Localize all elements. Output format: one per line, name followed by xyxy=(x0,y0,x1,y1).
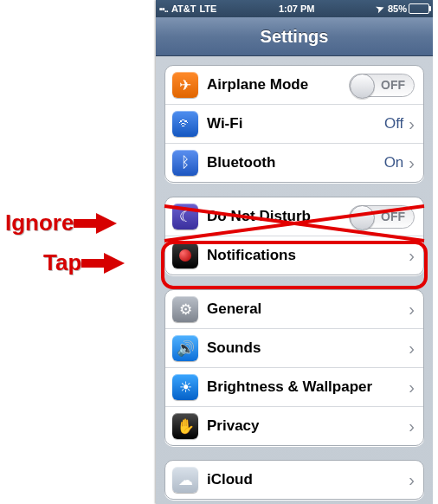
chevron-right-icon: › xyxy=(409,154,415,171)
chevron-right-icon: › xyxy=(409,378,415,396)
status-bar: ▪▪.. AT&T LTE 1:07 PM ➤ 85% xyxy=(156,0,433,17)
arrow-head-icon xyxy=(104,253,125,274)
airplane-label: Airplane Mode xyxy=(207,76,349,94)
chevron-right-icon: › xyxy=(409,471,415,488)
toggle-knob xyxy=(350,74,375,99)
icloud-label: iCloud xyxy=(207,471,409,488)
chevron-right-icon: › xyxy=(409,300,415,318)
bluetooth-label: Bluetooth xyxy=(207,154,384,171)
arrow-shaft xyxy=(74,219,96,228)
row-bluetooth[interactable]: ᛒ Bluetooth On › xyxy=(165,143,423,182)
row-privacy[interactable]: ✋ Privacy › xyxy=(165,406,423,445)
notifications-icon xyxy=(172,242,198,268)
annotation-tap-text: Tap xyxy=(43,249,81,276)
settings-group-connectivity: ✈ Airplane Mode OFF ᯤ Wi-Fi Off › ᛒ Blue… xyxy=(164,65,424,183)
wifi-value: Off xyxy=(384,115,403,132)
network-label: LTE xyxy=(199,3,216,14)
cloud-icon: ☁ xyxy=(172,467,198,493)
row-notifications[interactable]: Notifications › xyxy=(165,236,423,275)
toggle-text: OFF xyxy=(381,210,405,223)
chevron-right-icon: › xyxy=(409,247,415,264)
battery-pct-label: 85% xyxy=(388,3,407,14)
privacy-label: Privacy xyxy=(207,417,409,435)
battery-icon xyxy=(409,3,429,14)
settings-group-icloud: ☁ iCloud › xyxy=(164,460,424,500)
settings-table[interactable]: ✈ Airplane Mode OFF ᯤ Wi-Fi Off › ᛒ Blue… xyxy=(156,56,433,504)
arrow-head-icon xyxy=(96,213,117,234)
carrier-label: AT&T xyxy=(171,3,196,14)
moon-icon: ☾ xyxy=(172,204,198,229)
dnd-toggle[interactable]: OFF xyxy=(349,205,415,229)
signal-icon: ▪▪.. xyxy=(159,3,168,14)
red-dot-icon xyxy=(179,249,191,262)
row-brightness[interactable]: ☀ Brightness & Wallpaper › xyxy=(165,367,423,406)
toggle-knob xyxy=(350,205,375,230)
nav-bar: Settings xyxy=(156,17,433,56)
nav-title: Settings xyxy=(261,27,329,46)
chevron-right-icon: › xyxy=(409,115,415,132)
row-sounds[interactable]: 🔊 Sounds › xyxy=(165,328,423,367)
dnd-label: Do Not Disturb xyxy=(207,208,349,225)
row-wifi[interactable]: ᯤ Wi-Fi Off › xyxy=(165,104,423,143)
general-label: General xyxy=(207,300,409,318)
bluetooth-value: On xyxy=(384,154,404,171)
settings-group-general: ⚙ General › 🔊 Sounds › ☀ Brightness & Wa… xyxy=(164,289,424,446)
row-icloud[interactable]: ☁ iCloud › xyxy=(165,461,423,499)
clock-label: 1:07 PM xyxy=(216,3,377,14)
row-do-not-disturb[interactable]: ☾ Do Not Disturb OFF xyxy=(165,197,423,236)
row-airplane-mode[interactable]: ✈ Airplane Mode OFF xyxy=(165,66,423,104)
bluetooth-icon: ᛒ xyxy=(172,150,198,176)
gear-icon: ⚙ xyxy=(172,296,198,322)
annotation-tap: Tap xyxy=(43,249,125,276)
wifi-icon: ᯤ xyxy=(172,111,198,137)
airplane-toggle[interactable]: OFF xyxy=(349,74,415,97)
wifi-label: Wi-Fi xyxy=(207,115,384,132)
arrow-shaft xyxy=(81,259,104,268)
notifications-label: Notifications xyxy=(207,247,409,264)
speaker-icon: 🔊 xyxy=(172,335,198,361)
brightness-label: Brightness & Wallpaper xyxy=(207,378,409,396)
chevron-right-icon: › xyxy=(409,417,415,435)
brightness-icon: ☀ xyxy=(172,374,198,400)
row-general[interactable]: ⚙ General › xyxy=(165,290,423,328)
phone-screen: ▪▪.. AT&T LTE 1:07 PM ➤ 85% Settings ✈ A… xyxy=(156,0,433,504)
chevron-right-icon: › xyxy=(409,339,415,357)
annotation-ignore: Ignore xyxy=(5,210,117,236)
annotation-ignore-text: Ignore xyxy=(5,210,74,236)
toggle-text: OFF xyxy=(381,78,405,92)
settings-group-notifications: ☾ Do Not Disturb OFF Notifications › xyxy=(164,197,424,275)
airplane-icon: ✈ xyxy=(172,72,198,98)
sounds-label: Sounds xyxy=(207,339,409,357)
hand-icon: ✋ xyxy=(172,413,198,439)
